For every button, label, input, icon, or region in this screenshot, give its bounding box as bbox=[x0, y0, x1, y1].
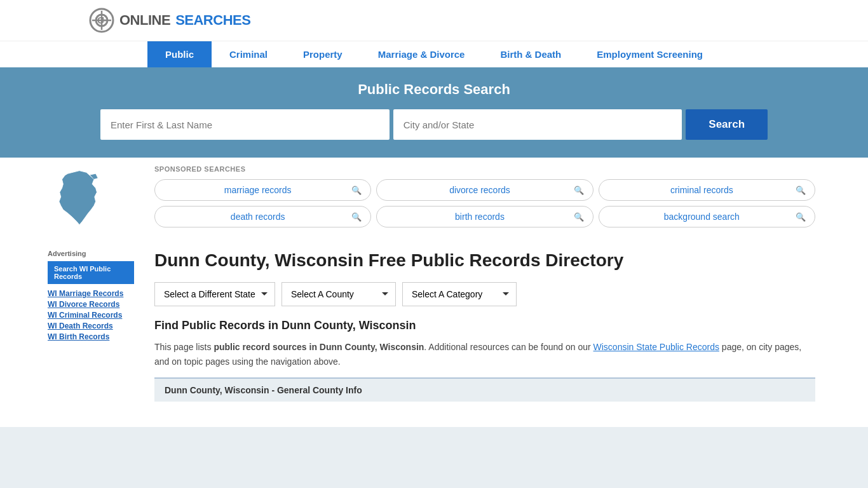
page-heading: Dunn County, Wisconsin Free Public Recor… bbox=[154, 249, 815, 272]
tag-search-icon-0: 🔍 bbox=[351, 186, 362, 195]
tag-search-icon-3: 🔍 bbox=[351, 212, 362, 222]
tag-death-label: death records bbox=[164, 212, 351, 222]
logo-text-searches: SEARCHES bbox=[175, 12, 250, 29]
tag-divorce-label: divorce records bbox=[386, 185, 573, 195]
tag-criminal-records[interactable]: criminal records 🔍 bbox=[599, 179, 815, 201]
state-map bbox=[48, 168, 134, 240]
main-nav: Public Criminal Property Marriage & Divo… bbox=[0, 41, 868, 67]
sponsored-label: SPONSORED SEARCHES bbox=[154, 165, 815, 173]
nav-item-birth-death[interactable]: Birth & Death bbox=[482, 41, 579, 67]
description-text: This page lists public record sources in… bbox=[154, 340, 815, 369]
category-dropdown[interactable]: Select A Category bbox=[402, 282, 517, 306]
nav-item-public[interactable]: Public bbox=[147, 41, 212, 67]
dropdowns-row: Select a Different State Select A County… bbox=[154, 282, 815, 306]
sidebar-link-criminal[interactable]: WI Criminal Records bbox=[48, 311, 134, 320]
logo-text-online: ONLINE bbox=[119, 12, 170, 29]
sidebar-link-marriage[interactable]: WI Marriage Records bbox=[48, 289, 134, 298]
nav-item-criminal[interactable]: Criminal bbox=[212, 41, 285, 67]
main-content: SPONSORED SEARCHES marriage records 🔍 di… bbox=[142, 158, 828, 414]
sidebar-links: WI Marriage Records WI Divorce Records W… bbox=[48, 289, 134, 341]
state-dropdown[interactable]: Select a Different State bbox=[154, 282, 275, 306]
sponsored-section: SPONSORED SEARCHES marriage records 🔍 di… bbox=[154, 158, 815, 238]
tag-marriage-records[interactable]: marriage records 🔍 bbox=[154, 179, 371, 201]
hero-title: Public Records Search bbox=[89, 81, 779, 98]
main-wrapper: Advertising Search WI Public Records WI … bbox=[40, 158, 828, 427]
wi-public-records-link[interactable]: Wisconsin State Public Records bbox=[593, 342, 719, 352]
tag-background-search[interactable]: background search 🔍 bbox=[599, 206, 815, 227]
desc-end: . Additional resources can be found on o… bbox=[424, 342, 593, 352]
tag-search-icon-4: 🔍 bbox=[574, 212, 584, 222]
sidebar: Advertising Search WI Public Records WI … bbox=[40, 158, 142, 414]
desc-intro: This page lists bbox=[154, 342, 214, 352]
search-bar: Search bbox=[100, 109, 768, 140]
logo[interactable]: G ONLINESEARCHES bbox=[89, 8, 250, 33]
site-header: G ONLINESEARCHES bbox=[0, 0, 868, 41]
svg-text:G: G bbox=[97, 15, 104, 25]
sidebar-link-divorce[interactable]: WI Divorce Records bbox=[48, 300, 134, 309]
sidebar-link-birth[interactable]: WI Birth Records bbox=[48, 332, 134, 341]
sidebar-link-death[interactable]: WI Death Records bbox=[48, 322, 134, 330]
location-search-input[interactable] bbox=[393, 109, 682, 140]
sidebar-ad-button[interactable]: Search WI Public Records bbox=[48, 261, 134, 284]
tag-criminal-label: criminal records bbox=[608, 185, 796, 195]
name-search-input[interactable] bbox=[100, 109, 390, 140]
wisconsin-state-silhouette bbox=[48, 168, 111, 238]
hero-banner: Public Records Search Search bbox=[0, 67, 868, 158]
desc-bold: public record sources in Dunn County, Wi… bbox=[214, 342, 424, 352]
nav-item-employment-screening[interactable]: Employment Screening bbox=[579, 41, 721, 67]
search-button[interactable]: Search bbox=[686, 109, 768, 140]
tag-birth-records[interactable]: birth records 🔍 bbox=[376, 206, 593, 227]
nav-item-property[interactable]: Property bbox=[285, 41, 360, 67]
advertising-label: Advertising bbox=[48, 250, 134, 257]
tag-birth-label: birth records bbox=[386, 212, 573, 222]
tag-search-icon-5: 🔍 bbox=[796, 212, 806, 222]
tag-background-label: background search bbox=[608, 212, 796, 222]
tag-divorce-records[interactable]: divorce records 🔍 bbox=[376, 179, 593, 201]
info-box-header: Dunn County, Wisconsin - General County … bbox=[154, 377, 815, 402]
search-tags-grid: marriage records 🔍 divorce records 🔍 cri… bbox=[154, 179, 815, 227]
tag-death-records[interactable]: death records 🔍 bbox=[154, 206, 371, 227]
county-dropdown[interactable]: Select A County bbox=[281, 282, 396, 306]
tag-marriage-label: marriage records bbox=[164, 185, 351, 195]
nav-item-marriage-divorce[interactable]: Marriage & Divorce bbox=[360, 41, 483, 67]
logo-icon: G bbox=[89, 8, 114, 33]
tag-search-icon-1: 🔍 bbox=[574, 186, 584, 195]
section-heading: Find Public Records in Dunn County, Wisc… bbox=[154, 319, 815, 332]
tag-search-icon-2: 🔍 bbox=[796, 186, 806, 195]
